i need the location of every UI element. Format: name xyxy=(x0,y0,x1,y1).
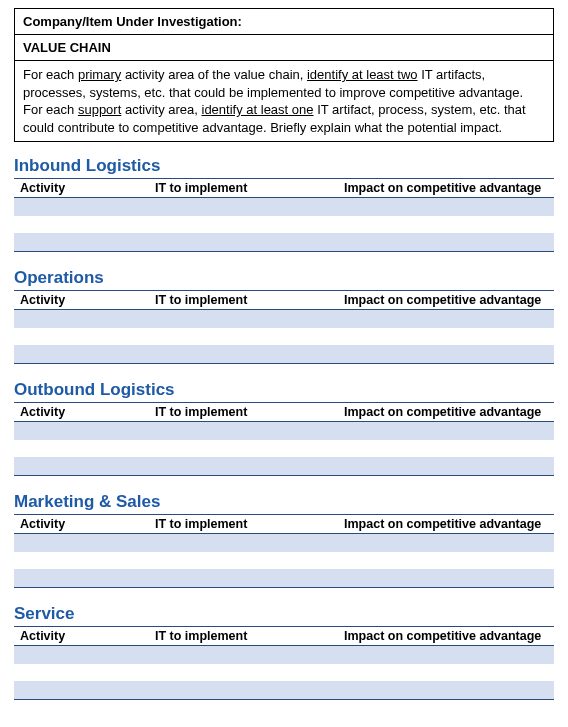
col-impact: Impact on competitive advantage xyxy=(338,627,554,646)
section-title: Operations xyxy=(14,268,554,288)
section-inbound-logistics: Inbound Logistics Activity IT to impleme… xyxy=(14,156,554,252)
table-row[interactable] xyxy=(14,422,554,440)
table-row[interactable] xyxy=(14,646,554,664)
table-row[interactable] xyxy=(14,534,554,552)
table-header-row: Activity IT to implement Impact on compe… xyxy=(14,515,554,534)
col-it: IT to implement xyxy=(149,179,338,198)
table-row[interactable] xyxy=(14,682,554,700)
table-row[interactable] xyxy=(14,346,554,364)
col-activity: Activity xyxy=(14,291,149,310)
col-it: IT to implement xyxy=(149,627,338,646)
instr-underline-two: identify at least two xyxy=(307,67,418,82)
instr-text: activity area of the value chain, xyxy=(121,67,307,82)
instr-text: For each xyxy=(23,67,78,82)
table-header-row: Activity IT to implement Impact on compe… xyxy=(14,179,554,198)
section-marketing-sales: Marketing & Sales Activity IT to impleme… xyxy=(14,492,554,588)
section-table: Activity IT to implement Impact on compe… xyxy=(14,402,554,476)
instr-underline-primary: primary xyxy=(78,67,121,82)
section-title: Inbound Logistics xyxy=(14,156,554,176)
section-operations: Operations Activity IT to implement Impa… xyxy=(14,268,554,364)
col-impact: Impact on competitive advantage xyxy=(338,403,554,422)
table-row[interactable] xyxy=(14,570,554,588)
section-table: Activity IT to implement Impact on compe… xyxy=(14,178,554,252)
col-impact: Impact on competitive advantage xyxy=(338,179,554,198)
table-row[interactable] xyxy=(14,458,554,476)
table-row[interactable] xyxy=(14,440,554,458)
table-row[interactable] xyxy=(14,664,554,682)
table-row[interactable] xyxy=(14,552,554,570)
header-title: VALUE CHAIN xyxy=(15,35,553,61)
col-activity: Activity xyxy=(14,627,149,646)
table-header-row: Activity IT to implement Impact on compe… xyxy=(14,403,554,422)
instr-text: activity area, xyxy=(121,102,201,117)
col-activity: Activity xyxy=(14,515,149,534)
col-it: IT to implement xyxy=(149,515,338,534)
section-table: Activity IT to implement Impact on compe… xyxy=(14,290,554,364)
table-row[interactable] xyxy=(14,328,554,346)
table-header-row: Activity IT to implement Impact on compe… xyxy=(14,291,554,310)
col-activity: Activity xyxy=(14,403,149,422)
col-activity: Activity xyxy=(14,179,149,198)
header-label: Company/Item Under Investigation: xyxy=(15,9,553,35)
table-row[interactable] xyxy=(14,310,554,328)
instr-underline-one: identify at least one xyxy=(202,102,314,117)
section-title: Service xyxy=(14,604,554,624)
header-instructions: For each primary activity area of the va… xyxy=(15,61,553,141)
section-outbound-logistics: Outbound Logistics Activity IT to implem… xyxy=(14,380,554,476)
section-title: Outbound Logistics xyxy=(14,380,554,400)
col-impact: Impact on competitive advantage xyxy=(338,291,554,310)
section-title: Marketing & Sales xyxy=(14,492,554,512)
col-impact: Impact on competitive advantage xyxy=(338,515,554,534)
section-table: Activity IT to implement Impact on compe… xyxy=(14,514,554,588)
section-table: Activity IT to implement Impact on compe… xyxy=(14,626,554,700)
col-it: IT to implement xyxy=(149,291,338,310)
table-row[interactable] xyxy=(14,198,554,216)
section-service: Service Activity IT to implement Impact … xyxy=(14,604,554,700)
instr-underline-support: support xyxy=(78,102,121,117)
table-header-row: Activity IT to implement Impact on compe… xyxy=(14,627,554,646)
table-row[interactable] xyxy=(14,216,554,234)
table-row[interactable] xyxy=(14,234,554,252)
col-it: IT to implement xyxy=(149,403,338,422)
header-box: Company/Item Under Investigation: VALUE … xyxy=(14,8,554,142)
